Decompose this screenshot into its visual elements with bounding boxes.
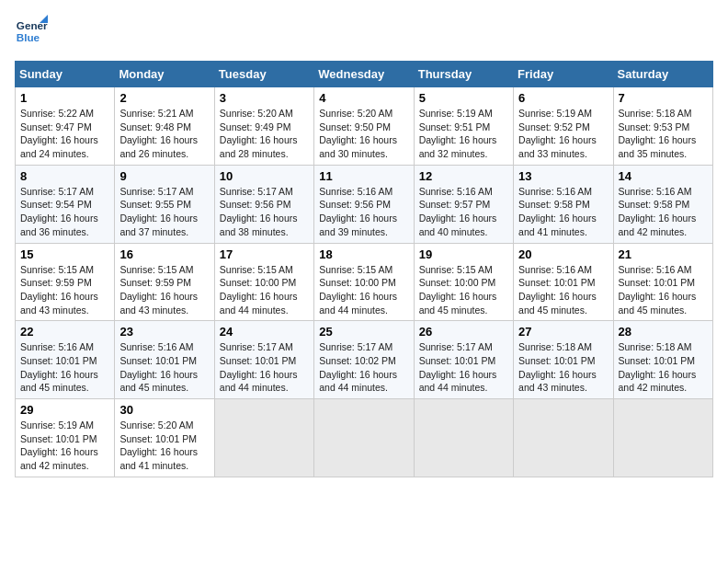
calendar-cell: 10Sunrise: 5:17 AM Sunset: 9:56 PM Dayli… bbox=[214, 165, 313, 243]
calendar-week-4: 22Sunrise: 5:16 AM Sunset: 10:01 PM Dayl… bbox=[16, 321, 713, 399]
calendar-cell: 16Sunrise: 5:15 AM Sunset: 9:59 PM Dayli… bbox=[115, 243, 214, 321]
day-info: Sunrise: 5:16 AM Sunset: 9:57 PM Dayligh… bbox=[419, 185, 508, 239]
col-header-sunday: Sunday bbox=[16, 62, 115, 87]
calendar-week-3: 15Sunrise: 5:15 AM Sunset: 9:59 PM Dayli… bbox=[16, 243, 713, 321]
calendar-cell: 11Sunrise: 5:16 AM Sunset: 9:56 PM Dayli… bbox=[314, 165, 414, 243]
calendar-cell: 20Sunrise: 5:16 AM Sunset: 10:01 PM Dayl… bbox=[514, 243, 613, 321]
day-number: 20 bbox=[518, 247, 608, 261]
day-number: 2 bbox=[119, 91, 209, 105]
calendar-cell: 26Sunrise: 5:17 AM Sunset: 10:01 PM Dayl… bbox=[414, 321, 513, 399]
calendar-cell bbox=[613, 399, 712, 477]
col-header-saturday: Saturday bbox=[613, 62, 712, 87]
day-info: Sunrise: 5:16 AM Sunset: 10:01 PM Daylig… bbox=[119, 340, 209, 395]
calendar-cell: 29Sunrise: 5:19 AM Sunset: 10:01 PM Dayl… bbox=[16, 399, 115, 477]
day-info: Sunrise: 5:17 AM Sunset: 10:01 PM Daylig… bbox=[220, 340, 309, 395]
day-number: 30 bbox=[119, 403, 209, 417]
calendar-cell: 1Sunrise: 5:22 AM Sunset: 9:47 PM Daylig… bbox=[16, 87, 115, 166]
calendar-week-1: 1Sunrise: 5:22 AM Sunset: 9:47 PM Daylig… bbox=[16, 87, 713, 166]
day-info: Sunrise: 5:19 AM Sunset: 9:51 PM Dayligh… bbox=[419, 107, 508, 161]
calendar-cell: 23Sunrise: 5:16 AM Sunset: 10:01 PM Dayl… bbox=[115, 321, 214, 399]
calendar-week-2: 8Sunrise: 5:17 AM Sunset: 9:54 PM Daylig… bbox=[16, 165, 713, 243]
day-info: Sunrise: 5:20 AM Sunset: 10:01 PM Daylig… bbox=[119, 419, 209, 473]
calendar-cell: 6Sunrise: 5:19 AM Sunset: 9:52 PM Daylig… bbox=[514, 87, 613, 166]
calendar-cell: 30Sunrise: 5:20 AM Sunset: 10:01 PM Dayl… bbox=[115, 399, 214, 477]
day-info: Sunrise: 5:16 AM Sunset: 9:58 PM Dayligh… bbox=[619, 185, 708, 239]
day-number: 21 bbox=[619, 247, 708, 261]
day-info: Sunrise: 5:20 AM Sunset: 9:50 PM Dayligh… bbox=[319, 107, 408, 161]
day-number: 22 bbox=[20, 325, 109, 339]
calendar-cell bbox=[314, 399, 414, 477]
day-number: 18 bbox=[319, 247, 408, 261]
day-info: Sunrise: 5:15 AM Sunset: 10:00 PM Daylig… bbox=[319, 263, 408, 317]
col-header-tuesday: Tuesday bbox=[214, 62, 313, 87]
day-number: 14 bbox=[619, 169, 708, 183]
day-info: Sunrise: 5:16 AM Sunset: 10:01 PM Daylig… bbox=[20, 340, 109, 395]
day-number: 13 bbox=[518, 169, 608, 183]
calendar-cell bbox=[214, 399, 313, 477]
day-info: Sunrise: 5:17 AM Sunset: 9:56 PM Dayligh… bbox=[220, 185, 309, 239]
day-number: 9 bbox=[119, 169, 209, 183]
calendar-cell: 7Sunrise: 5:18 AM Sunset: 9:53 PM Daylig… bbox=[613, 87, 712, 166]
day-number: 8 bbox=[20, 169, 109, 183]
calendar-cell: 17Sunrise: 5:15 AM Sunset: 10:00 PM Dayl… bbox=[214, 243, 313, 321]
day-number: 6 bbox=[518, 91, 608, 105]
day-number: 25 bbox=[319, 325, 408, 339]
day-info: Sunrise: 5:17 AM Sunset: 9:55 PM Dayligh… bbox=[119, 185, 209, 239]
calendar-cell bbox=[514, 399, 613, 477]
day-number: 1 bbox=[20, 91, 109, 105]
day-info: Sunrise: 5:22 AM Sunset: 9:47 PM Dayligh… bbox=[20, 107, 109, 161]
day-number: 27 bbox=[518, 325, 608, 339]
day-number: 4 bbox=[319, 91, 408, 105]
day-number: 28 bbox=[619, 325, 708, 339]
calendar-cell: 24Sunrise: 5:17 AM Sunset: 10:01 PM Dayl… bbox=[214, 321, 313, 399]
day-number: 15 bbox=[20, 247, 109, 261]
calendar-cell: 27Sunrise: 5:18 AM Sunset: 10:01 PM Dayl… bbox=[514, 321, 613, 399]
calendar-cell: 13Sunrise: 5:16 AM Sunset: 9:58 PM Dayli… bbox=[514, 165, 613, 243]
svg-text:Blue: Blue bbox=[17, 31, 40, 43]
calendar-cell: 28Sunrise: 5:18 AM Sunset: 10:01 PM Dayl… bbox=[613, 321, 712, 399]
calendar-cell: 14Sunrise: 5:16 AM Sunset: 9:58 PM Dayli… bbox=[613, 165, 712, 243]
logo: General Blue bbox=[15, 15, 51, 52]
day-number: 17 bbox=[220, 247, 309, 261]
calendar-cell: 15Sunrise: 5:15 AM Sunset: 9:59 PM Dayli… bbox=[16, 243, 115, 321]
header: General Blue bbox=[15, 15, 713, 52]
day-info: Sunrise: 5:16 AM Sunset: 10:01 PM Daylig… bbox=[619, 263, 708, 317]
day-info: Sunrise: 5:18 AM Sunset: 9:53 PM Dayligh… bbox=[619, 107, 708, 161]
calendar-cell bbox=[414, 399, 513, 477]
calendar-cell: 12Sunrise: 5:16 AM Sunset: 9:57 PM Dayli… bbox=[414, 165, 513, 243]
calendar-cell: 18Sunrise: 5:15 AM Sunset: 10:00 PM Dayl… bbox=[314, 243, 414, 321]
calendar-cell: 21Sunrise: 5:16 AM Sunset: 10:01 PM Dayl… bbox=[613, 243, 712, 321]
day-number: 5 bbox=[419, 91, 508, 105]
day-number: 29 bbox=[20, 403, 109, 417]
day-info: Sunrise: 5:15 AM Sunset: 9:59 PM Dayligh… bbox=[20, 263, 109, 317]
day-number: 7 bbox=[619, 91, 708, 105]
day-number: 19 bbox=[419, 247, 508, 261]
calendar-table: SundayMondayTuesdayWednesdayThursdayFrid… bbox=[15, 61, 713, 477]
day-info: Sunrise: 5:15 AM Sunset: 10:00 PM Daylig… bbox=[419, 263, 508, 317]
day-number: 16 bbox=[119, 247, 209, 261]
col-header-thursday: Thursday bbox=[414, 62, 513, 87]
calendar-cell: 4Sunrise: 5:20 AM Sunset: 9:50 PM Daylig… bbox=[314, 87, 414, 166]
day-info: Sunrise: 5:17 AM Sunset: 9:54 PM Dayligh… bbox=[20, 185, 109, 239]
calendar-cell: 3Sunrise: 5:20 AM Sunset: 9:49 PM Daylig… bbox=[214, 87, 313, 166]
day-number: 12 bbox=[419, 169, 508, 183]
day-info: Sunrise: 5:15 AM Sunset: 10:00 PM Daylig… bbox=[220, 263, 309, 317]
calendar-cell: 9Sunrise: 5:17 AM Sunset: 9:55 PM Daylig… bbox=[115, 165, 214, 243]
calendar-cell: 5Sunrise: 5:19 AM Sunset: 9:51 PM Daylig… bbox=[414, 87, 513, 166]
calendar-cell: 8Sunrise: 5:17 AM Sunset: 9:54 PM Daylig… bbox=[16, 165, 115, 243]
calendar-cell: 25Sunrise: 5:17 AM Sunset: 10:02 PM Dayl… bbox=[314, 321, 414, 399]
day-info: Sunrise: 5:17 AM Sunset: 10:02 PM Daylig… bbox=[319, 340, 408, 395]
day-number: 3 bbox=[220, 91, 309, 105]
day-info: Sunrise: 5:17 AM Sunset: 10:01 PM Daylig… bbox=[419, 340, 508, 395]
day-info: Sunrise: 5:16 AM Sunset: 10:01 PM Daylig… bbox=[518, 263, 608, 317]
day-number: 23 bbox=[119, 325, 209, 339]
col-header-friday: Friday bbox=[514, 62, 613, 87]
calendar-week-5: 29Sunrise: 5:19 AM Sunset: 10:01 PM Dayl… bbox=[16, 399, 713, 477]
day-number: 26 bbox=[419, 325, 508, 339]
calendar-cell: 19Sunrise: 5:15 AM Sunset: 10:00 PM Dayl… bbox=[414, 243, 513, 321]
day-info: Sunrise: 5:16 AM Sunset: 9:58 PM Dayligh… bbox=[518, 185, 608, 239]
day-info: Sunrise: 5:19 AM Sunset: 10:01 PM Daylig… bbox=[20, 419, 109, 473]
col-header-monday: Monday bbox=[115, 62, 214, 87]
day-info: Sunrise: 5:21 AM Sunset: 9:48 PM Dayligh… bbox=[119, 107, 209, 161]
day-info: Sunrise: 5:20 AM Sunset: 9:49 PM Dayligh… bbox=[220, 107, 309, 161]
